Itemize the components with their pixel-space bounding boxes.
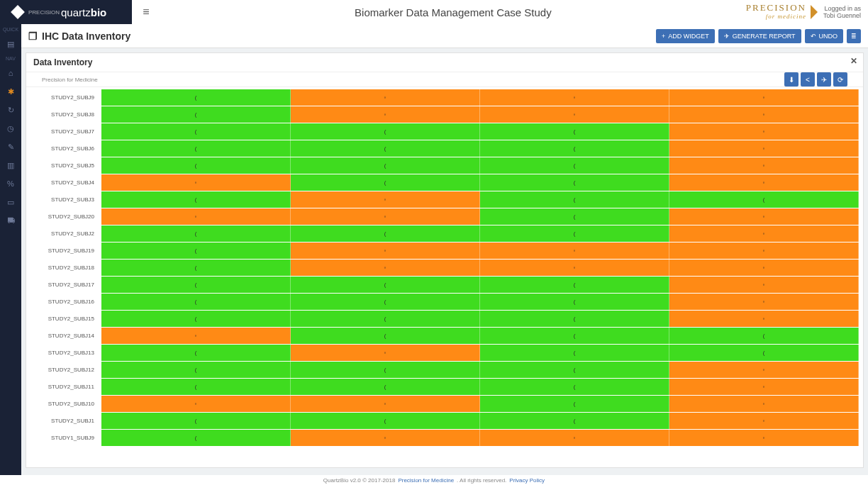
heatmap-cell[interactable]: (: [480, 362, 669, 378]
heatmap-cell[interactable]: (: [101, 379, 291, 395]
heatmap-cell[interactable]: (: [291, 379, 480, 395]
heatmap-cell[interactable]: (: [291, 277, 480, 293]
heatmap-cell[interactable]: (: [669, 345, 859, 361]
sidebar-icon-refresh[interactable]: ↻: [4, 104, 17, 116]
heatmap-cell[interactable]: ◦: [101, 174, 291, 191]
heatmap-cell[interactable]: (: [101, 242, 291, 259]
heatmap-cell[interactable]: (: [101, 140, 291, 157]
heatmap-cell[interactable]: ◦: [669, 413, 859, 429]
list-view-button[interactable]: ≣: [847, 29, 861, 43]
heatmap-cell[interactable]: (: [101, 311, 291, 327]
sidebar-icon-chart[interactable]: ▥: [4, 159, 17, 172]
heatmap-cell[interactable]: (: [480, 208, 669, 225]
heatmap-cell[interactable]: ◦: [291, 396, 480, 412]
heatmap-cell[interactable]: (: [101, 260, 291, 276]
heatmap-cell[interactable]: (: [480, 413, 669, 429]
heatmap-cell[interactable]: (: [480, 277, 669, 293]
heatmap-cell[interactable]: (: [101, 277, 291, 293]
heatmap-cell[interactable]: ◦: [669, 242, 859, 259]
heatmap-cell[interactable]: ◦: [669, 362, 859, 378]
heatmap-cell[interactable]: (: [291, 123, 480, 140]
heatmap-cell[interactable]: (: [291, 157, 480, 174]
heatmap-cell[interactable]: (: [101, 430, 291, 446]
heatmap-cell[interactable]: (: [101, 157, 291, 174]
heatmap-cell[interactable]: (: [101, 123, 291, 140]
send-button[interactable]: ✈: [817, 72, 831, 87]
heatmap-cell[interactable]: ◦: [669, 174, 859, 191]
heatmap-cell[interactable]: (: [101, 89, 291, 106]
heatmap-cell[interactable]: ◦: [291, 242, 480, 259]
heatmap-cell[interactable]: (: [101, 413, 291, 429]
heatmap-cell[interactable]: (: [291, 140, 480, 157]
sidebar-icon-doc[interactable]: ▭: [4, 196, 17, 208]
heatmap-cell[interactable]: (: [480, 191, 669, 208]
heatmap-cell[interactable]: ◦: [480, 430, 669, 446]
footer-link-privacy[interactable]: Privacy Policy: [509, 477, 545, 484]
sidebar-icon-clock[interactable]: ◷: [4, 122, 17, 135]
undo-button[interactable]: ↶UNDO: [805, 29, 844, 43]
heatmap-cell[interactable]: ◦: [291, 106, 480, 123]
heatmap-cell[interactable]: ◦: [669, 396, 859, 412]
heatmap-cell[interactable]: ◦: [669, 430, 859, 446]
heatmap-cell[interactable]: (: [480, 140, 669, 157]
heatmap-cell[interactable]: ◦: [669, 106, 859, 123]
heatmap-cell[interactable]: ◦: [669, 225, 859, 242]
heatmap-cell[interactable]: ◦: [669, 311, 859, 327]
heatmap-cell[interactable]: ◦: [101, 396, 291, 412]
heatmap-cell[interactable]: (: [101, 191, 291, 208]
heatmap-cell[interactable]: (: [291, 225, 480, 242]
heatmap-cell[interactable]: ◦: [669, 277, 859, 293]
heatmap-cell[interactable]: (: [669, 191, 859, 208]
heatmap-cell[interactable]: ◦: [480, 242, 669, 259]
download-button[interactable]: ⬇: [784, 72, 799, 87]
heatmap-cell[interactable]: ◦: [669, 294, 859, 310]
brand-logo[interactable]: PRECISION quartzbio: [0, 0, 132, 24]
sidebar-icon-home[interactable]: ⌂: [4, 67, 17, 79]
menu-toggle-icon[interactable]: ≡: [132, 6, 160, 18]
heatmap-cell[interactable]: (: [291, 413, 480, 429]
heatmap-cell[interactable]: (: [101, 294, 291, 310]
heatmap-cell[interactable]: (: [480, 225, 669, 242]
sidebar-icon-grid[interactable]: ▤: [4, 38, 17, 50]
heatmap-cell[interactable]: (: [101, 345, 291, 361]
sidebar-icon-car[interactable]: ⛟: [4, 214, 17, 227]
heatmap-cell[interactable]: (: [669, 328, 859, 344]
share-button[interactable]: <: [801, 72, 815, 87]
heatmap-cell[interactable]: (: [101, 362, 291, 378]
heatmap-cell[interactable]: ◦: [291, 191, 480, 208]
heatmap-cell[interactable]: (: [291, 294, 480, 310]
panel-close-icon[interactable]: ✕: [850, 56, 857, 66]
heatmap-cell[interactable]: ◦: [291, 260, 480, 276]
heatmap-cell[interactable]: ◦: [669, 123, 859, 140]
footer-link-company[interactable]: Precision for Medicine: [398, 477, 454, 484]
heatmap-cell[interactable]: ◦: [669, 157, 859, 174]
generate-report-button[interactable]: ✈GENERATE REPORT: [718, 29, 801, 43]
heatmap-cell[interactable]: ◦: [291, 430, 480, 446]
sidebar-icon-sliders[interactable]: ✱: [4, 85, 17, 98]
heatmap-cell[interactable]: ◦: [480, 106, 669, 123]
heatmap-cell[interactable]: (: [480, 157, 669, 174]
refresh-button[interactable]: ⟳: [833, 72, 847, 87]
heatmap-cell[interactable]: (: [480, 294, 669, 310]
heatmap-cell[interactable]: ◦: [291, 345, 480, 361]
heatmap-cell[interactable]: ◦: [669, 89, 859, 106]
heatmap-cell[interactable]: ◦: [669, 379, 859, 395]
heatmap-cell[interactable]: (: [291, 362, 480, 378]
heatmap-cell[interactable]: (: [291, 328, 480, 344]
heatmap-cell[interactable]: ◦: [291, 89, 480, 106]
heatmap-cell[interactable]: ◦: [669, 260, 859, 276]
heatmap-cell[interactable]: ◦: [291, 208, 480, 225]
heatmap-cell[interactable]: (: [480, 379, 669, 395]
heatmap-cell[interactable]: (: [480, 174, 669, 191]
add-widget-button[interactable]: +ADD WIDGET: [656, 29, 715, 43]
heatmap-cell[interactable]: (: [291, 311, 480, 327]
heatmap-cell[interactable]: (: [101, 225, 291, 242]
heatmap-cell[interactable]: ◦: [480, 89, 669, 106]
heatmap-cell[interactable]: (: [480, 328, 669, 344]
heatmap-cell[interactable]: ◦: [669, 208, 859, 225]
heatmap-cell[interactable]: (: [291, 174, 480, 191]
heatmap-cell[interactable]: ◦: [101, 328, 291, 344]
heatmap-cell[interactable]: ◦: [480, 260, 669, 276]
heatmap-cell[interactable]: (: [480, 123, 669, 140]
heatmap-cell[interactable]: (: [480, 345, 669, 361]
